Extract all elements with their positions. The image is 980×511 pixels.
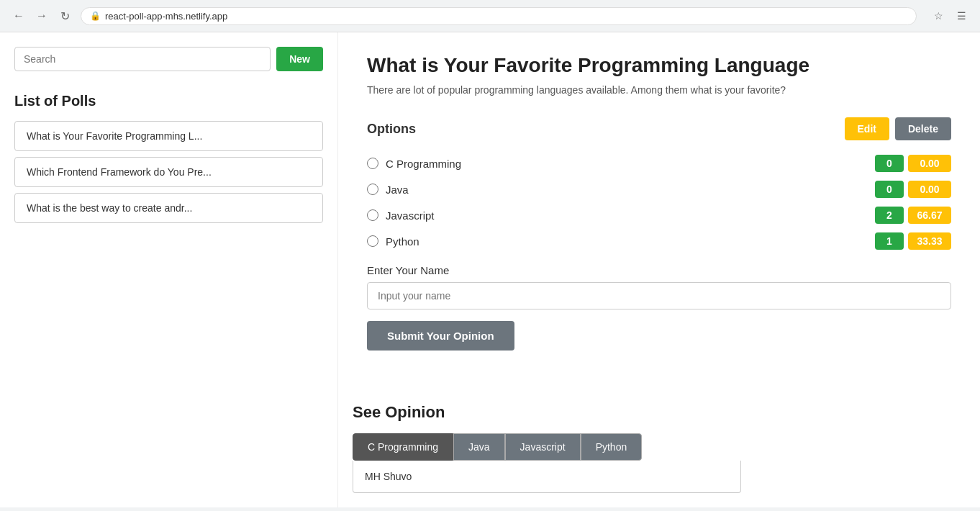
option-label-4: Python [386,235,419,248]
tab-c-programming[interactable]: C Programming [353,433,453,461]
name-input[interactable] [367,282,951,309]
poll-item-2[interactable]: Which Frontend Framework do You Pre... [14,157,323,187]
radio-input-2[interactable] [367,184,378,195]
address-bar[interactable]: 🔒 react-poll-app-mhs.netlify.app [81,7,917,25]
vote-percent-4: 33.33 [908,232,951,250]
see-opinion-section: See Opinion C Programming Java Javascrip… [338,381,980,507]
bookmark-button[interactable]: ☆ [928,6,948,26]
nav-buttons: ← → ↻ [9,6,75,26]
tab-python-label: Python [596,441,627,453]
new-button[interactable]: New [276,47,323,71]
page-content: New List of Polls What is Your Favorite … [0,32,980,507]
option-row-3: Javascript 2 66.67 [367,207,951,224]
back-button[interactable]: ← [9,6,29,26]
options-label: Options [367,122,416,137]
reload-button[interactable]: ↻ [55,6,75,26]
radio-option-4[interactable]: Python [367,235,875,248]
radio-input-3[interactable] [367,209,378,221]
opinion-user: MH Shuvo [365,471,412,482]
vote-count-2: 0 [875,181,904,198]
vote-percent-1: 0.00 [908,155,951,172]
delete-button[interactable]: Delete [895,117,951,140]
tab-java[interactable]: Java [453,433,505,461]
option-stats-1: 0 0.00 [875,155,951,172]
radio-input-1[interactable] [367,158,378,169]
main-content: What is Your Favorite Programming Langua… [338,32,980,381]
tab-javascript[interactable]: Javascript [505,433,581,461]
vote-count-4: 1 [875,232,904,250]
option-stats-3: 2 66.67 [875,207,951,224]
option-row-1: C Programming 0 0.00 [367,155,951,172]
opinion-content: MH Shuvo [353,461,741,493]
opinion-tabs: C Programming Java Javascript Python [353,433,966,461]
option-label-3: Javascript [386,209,435,222]
tab-javascript-label: Javascript [520,441,566,453]
sidebar: New List of Polls What is Your Favorite … [0,32,338,507]
forward-button[interactable]: → [32,6,52,26]
search-input[interactable] [14,47,271,71]
option-label-2: Java [386,184,409,196]
vote-count-3: 2 [875,207,904,224]
poll-item-label-2: Which Frontend Framework do You Pre... [27,166,212,178]
options-header: Options Edit Delete [367,117,951,140]
extensions-button[interactable]: ☰ [951,6,971,26]
poll-item-label-3: What is the best way to create andr... [27,202,192,214]
vote-count-1: 0 [875,155,904,172]
page-wrapper: New List of Polls What is Your Favorite … [0,32,980,507]
content-area: What is Your Favorite Programming Langua… [338,32,980,507]
list-title: List of Polls [14,93,323,109]
browser-chrome: ← → ↻ 🔒 react-poll-app-mhs.netlify.app ☆… [0,0,980,32]
search-row: New [14,47,323,71]
poll-item-label-1: What is Your Favorite Programming L... [27,130,202,142]
edit-button[interactable]: Edit [845,117,889,140]
radio-option-2[interactable]: Java [367,184,875,196]
vote-percent-3: 66.67 [908,207,951,224]
poll-description: There are lot of popular programming lan… [367,84,951,96]
poll-item-3[interactable]: What is the best way to create andr... [14,193,323,223]
url-text: react-poll-app-mhs.netlify.app [105,11,227,22]
browser-actions: ☆ ☰ [928,6,971,26]
lock-icon: 🔒 [90,11,101,21]
see-opinion-title: See Opinion [353,403,966,422]
tab-python[interactable]: Python [581,433,643,461]
radio-input-4[interactable] [367,235,378,247]
submit-button[interactable]: Submit Your Opinion [367,321,514,351]
radio-option-3[interactable]: Javascript [367,209,875,222]
radio-option-1[interactable]: C Programming [367,158,875,170]
tab-c-label: C Programming [368,441,438,453]
option-row-4: Python 1 33.33 [367,232,951,250]
name-label: Enter Your Name [367,264,951,276]
poll-list: What is Your Favorite Programming L... W… [14,121,323,223]
name-section: Enter Your Name Submit Your Opinion [367,264,951,351]
poll-title: What is Your Favorite Programming Langua… [367,54,951,77]
option-stats-4: 1 33.33 [875,232,951,250]
poll-item-1[interactable]: What is Your Favorite Programming L... [14,121,323,151]
action-buttons: Edit Delete [845,117,951,140]
option-stats-2: 0 0.00 [875,181,951,198]
vote-percent-2: 0.00 [908,181,951,198]
tab-java-label: Java [468,441,490,453]
option-label-1: C Programming [386,158,461,170]
option-row-2: Java 0 0.00 [367,181,951,198]
